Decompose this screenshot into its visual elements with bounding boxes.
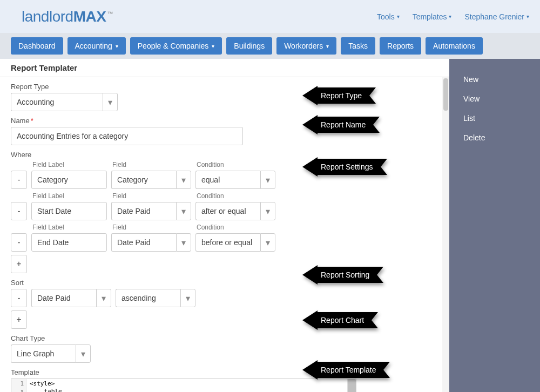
arrow-icon xyxy=(302,86,318,105)
side-list[interactable]: List xyxy=(449,109,540,128)
remove-where-row-button[interactable]: - xyxy=(11,233,27,252)
chevron-down-icon: ▾ xyxy=(449,13,451,19)
chevron-down-icon[interactable]: ▾ xyxy=(260,171,275,189)
side-delete[interactable]: Delete xyxy=(449,128,540,147)
annotation-name: Report Name xyxy=(302,115,380,134)
field-heading: Field xyxy=(111,224,191,232)
chevron-down-icon: ▾ xyxy=(526,13,529,19)
chevron-down-icon[interactable]: ▾ xyxy=(103,93,118,111)
field-heading: Field xyxy=(111,192,191,201)
add-sort-row-button[interactable]: + xyxy=(11,310,27,329)
side-view[interactable]: View xyxy=(449,89,540,109)
nav-tasks[interactable]: Tasks xyxy=(341,37,375,55)
scroll-thumb[interactable] xyxy=(443,78,448,111)
chevron-down-icon: ▾ xyxy=(397,13,400,19)
nav-buildings[interactable]: Buildings xyxy=(226,37,272,55)
field-label-input[interactable] xyxy=(31,171,107,189)
required-asterisk: * xyxy=(31,117,33,125)
code-scrollbar[interactable] xyxy=(347,379,356,392)
side-new[interactable]: New xyxy=(449,70,540,89)
field-label-heading: Field Label xyxy=(31,192,107,201)
where-row: - Field Label Field Date Paid ▾ Conditio… xyxy=(11,192,438,220)
nav-automations[interactable]: Automations xyxy=(426,37,483,55)
remove-sort-row-button[interactable]: - xyxy=(11,289,27,307)
nav-accounting[interactable]: Accounting▾ xyxy=(68,37,126,55)
arrow-icon xyxy=(302,265,318,285)
field-select[interactable]: Date Paid ▾ xyxy=(111,233,191,252)
chevron-down-icon[interactable]: ▾ xyxy=(76,344,91,363)
chevron-down-icon: ▾ xyxy=(212,43,214,49)
chevron-down-icon: ▾ xyxy=(116,43,118,49)
chevron-down-icon[interactable]: ▾ xyxy=(180,289,195,307)
chevron-down-icon[interactable]: ▾ xyxy=(176,233,191,252)
scroll-thumb[interactable] xyxy=(348,379,356,392)
condition-select[interactable]: before or equal ▾ xyxy=(195,233,275,252)
chevron-down-icon[interactable]: ▾ xyxy=(176,171,191,189)
content-panel: Report Templater Report Type Accounting … xyxy=(0,59,449,392)
annotation-sorting: Report Sorting xyxy=(302,265,383,285)
arrow-icon xyxy=(302,115,318,134)
chart-type-select[interactable]: Line Graph ▾ xyxy=(11,344,91,363)
chart-type-label: Chart Type xyxy=(11,334,438,342)
field-heading: Field xyxy=(111,161,191,170)
chevron-down-icon[interactable]: ▾ xyxy=(260,202,275,220)
field-label-heading: Field Label xyxy=(31,161,107,170)
nav-dashboard[interactable]: Dashboard xyxy=(11,37,63,55)
remove-where-row-button[interactable]: - xyxy=(11,171,27,189)
arrow-icon xyxy=(302,360,318,380)
condition-heading: Condition xyxy=(195,192,275,201)
annotation-chart: Report Chart xyxy=(302,310,378,330)
field-select[interactable]: Category ▾ xyxy=(111,171,191,189)
brand-logo: landlordMAX™ xyxy=(22,8,113,25)
field-label-input[interactable] xyxy=(31,233,107,252)
condition-heading: Condition xyxy=(195,161,275,170)
main-area: Report Templater Report Type Accounting … xyxy=(0,59,540,392)
form-area: Report Type Accounting ▾ Name* Where - F… xyxy=(0,77,449,392)
field-select[interactable]: Date Paid ▾ xyxy=(111,202,191,220)
side-panel: New View List Delete xyxy=(449,59,540,392)
sort-dir-select[interactable]: ascending ▾ xyxy=(116,289,195,307)
code-body[interactable]: <style> table { width: 100%; border-coll… xyxy=(26,379,356,392)
app-header: landlordMAX™ Tools▾ Templates▾ Stephane … xyxy=(0,0,540,33)
nav-workorders[interactable]: Workorders▾ xyxy=(276,37,336,55)
chevron-down-icon: ▾ xyxy=(326,43,329,49)
sort-field-select[interactable]: Date Paid ▾ xyxy=(31,289,111,307)
topnav-tools[interactable]: Tools▾ xyxy=(377,12,400,21)
brand-tm: ™ xyxy=(107,10,113,17)
annotation-template: Report Template xyxy=(302,360,390,380)
main-nav: Dashboard Accounting▾ People & Companies… xyxy=(0,33,540,59)
condition-select[interactable]: equal ▾ xyxy=(195,171,275,189)
template-code-editor[interactable]: 1 ▾23 ▾4567 <style> table { width: 100%;… xyxy=(11,379,356,392)
form-scrollbar[interactable] xyxy=(442,77,449,392)
topnav-user[interactable]: Stephane Grenier▾ xyxy=(464,12,529,21)
name-field[interactable] xyxy=(11,127,243,145)
annotation-settings: Report Settings xyxy=(302,157,387,177)
nav-people[interactable]: People & Companies▾ xyxy=(130,37,222,55)
annotation-type: Report Type xyxy=(302,86,376,105)
condition-heading: Condition xyxy=(195,224,275,232)
chevron-down-icon[interactable]: ▾ xyxy=(96,289,111,307)
report-type-select[interactable]: Accounting ▾ xyxy=(11,93,118,111)
where-row: - Field Label Field Date Paid ▾ Conditio… xyxy=(11,224,438,252)
chevron-down-icon[interactable]: ▾ xyxy=(260,233,275,252)
field-label-heading: Field Label xyxy=(31,224,107,232)
chevron-down-icon[interactable]: ▾ xyxy=(176,202,191,220)
arrow-icon xyxy=(302,310,318,330)
remove-where-row-button[interactable]: - xyxy=(11,202,27,220)
field-label-input[interactable] xyxy=(31,202,107,220)
section-title: Report Templater xyxy=(0,59,449,77)
add-where-row-button[interactable]: + xyxy=(11,255,27,273)
topnav-templates[interactable]: Templates▾ xyxy=(413,12,452,21)
top-nav: Tools▾ Templates▾ Stephane Grenier▾ xyxy=(377,12,529,21)
brand-light: landlord xyxy=(22,8,73,25)
condition-select[interactable]: after or equal ▾ xyxy=(195,202,275,220)
report-type-value: Accounting xyxy=(11,93,103,111)
brand-bold: MAX xyxy=(73,8,106,25)
arrow-icon xyxy=(302,157,318,177)
code-gutter: 1 ▾23 ▾4567 xyxy=(11,379,26,392)
nav-reports[interactable]: Reports xyxy=(380,37,421,55)
